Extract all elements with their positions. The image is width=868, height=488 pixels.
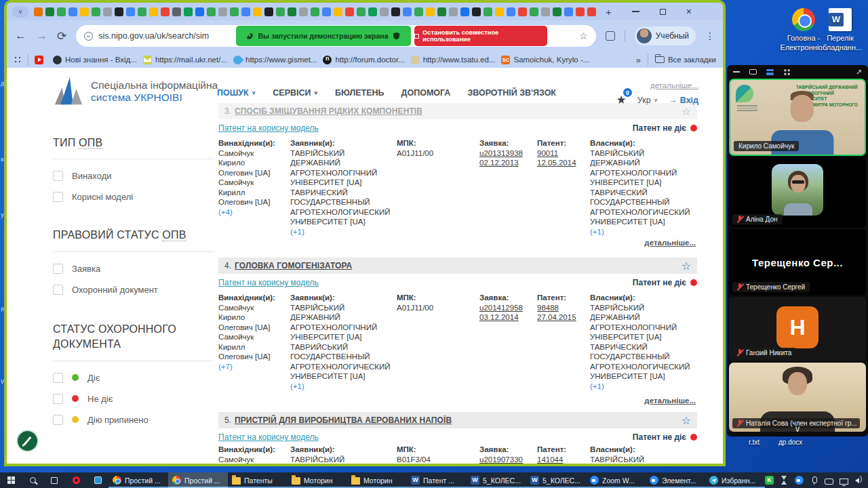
browser-tab[interactable] <box>45 7 54 16</box>
details-link-ghost[interactable]: детальніше... <box>650 81 698 89</box>
new-tab-button[interactable]: + <box>606 6 612 18</box>
apps-grid-icon[interactable] <box>14 56 22 64</box>
desktop-file-label[interactable]: др.docx <box>778 439 802 446</box>
browser-tab[interactable] <box>138 7 146 16</box>
browser-tab[interactable] <box>345 7 354 16</box>
application-link[interactable]: u201412958 <box>479 303 523 313</box>
patent-type-link[interactable]: Патент на корисну модель <box>218 123 319 133</box>
star-icon[interactable]: ☆ <box>682 414 691 427</box>
browser-tab[interactable] <box>299 7 308 16</box>
bookmark-item[interactable]: Нові знання - Вхід... <box>53 56 137 64</box>
checkbox[interactable] <box>53 285 63 295</box>
search-button[interactable] <box>22 472 43 488</box>
browser-tab[interactable] <box>495 7 504 16</box>
browser-tab[interactable] <box>576 7 585 16</box>
checkbox[interactable] <box>53 171 63 181</box>
browser-tab[interactable] <box>564 7 573 16</box>
details-link[interactable]: детальніше... <box>644 239 696 247</box>
more-link[interactable]: (+1) <box>590 228 604 236</box>
patent-type-link[interactable]: Патент на корисну модель <box>218 432 319 442</box>
bookmark-item[interactable]: https://mail.ukr.net/... <box>143 56 227 64</box>
browser-tab[interactable] <box>230 7 239 16</box>
application-date-link[interactable]: 03.12.2014 <box>479 312 519 323</box>
taskbar-button[interactable]: Моторин <box>288 472 347 488</box>
site-info-icon[interactable] <box>84 32 93 41</box>
browser-tab[interactable] <box>115 7 123 16</box>
nav-search[interactable]: ПОШУК∨ <box>217 88 256 98</box>
accessibility-widget-button[interactable] <box>16 430 39 452</box>
browser-tab[interactable] <box>92 7 100 16</box>
taskbar-button[interactable]: Моторин <box>347 472 407 488</box>
forward-button[interactable]: → <box>36 29 47 43</box>
profile-chip[interactable]: Учебный <box>635 26 696 45</box>
taskbar-button[interactable]: Патент ... <box>407 472 467 488</box>
patent-date-link[interactable]: 27.04.2015 <box>537 312 576 323</box>
minimize-button[interactable] <box>632 11 639 12</box>
participant-video-tile[interactable]: Аліна Дон <box>729 157 866 228</box>
checkbox[interactable] <box>53 192 63 202</box>
patent-link[interactable]: 141044 <box>537 455 563 464</box>
all-bookmarks-button[interactable]: Все закладки <box>655 56 716 64</box>
abbr-tooltip[interactable]: ОПВ <box>79 137 102 149</box>
browser-tab[interactable] <box>357 7 366 16</box>
taskbar-button[interactable]: 5_КОЛЕС... <box>467 472 526 488</box>
browser-tab[interactable] <box>264 7 273 16</box>
bookmark-item[interactable]: https://www.gismet... <box>233 56 317 64</box>
participant-video-tile[interactable]: ТАВРІЙСЬКИЙ ДЕРЖАВНИЙ ТЕХНОЛОГІЧНИЙ УНІВ… <box>729 79 866 156</box>
network-icon[interactable] <box>840 479 848 485</box>
more-link[interactable]: (+7) <box>218 363 233 371</box>
minimize-icon[interactable] <box>733 71 740 73</box>
browser-tab[interactable] <box>507 7 515 16</box>
bookmark-star-icon[interactable]: ☆ <box>579 30 588 41</box>
bookmark-item[interactable]: SCSamoichuk, Kyrylo -... <box>501 56 589 64</box>
start-button[interactable] <box>0 472 22 488</box>
browser-tab[interactable] <box>184 7 193 16</box>
browser-tab[interactable] <box>541 7 550 16</box>
volume-icon[interactable] <box>854 476 863 485</box>
participant-video-tile[interactable]: H Ганзий Никита <box>729 297 866 361</box>
taskbar-button[interactable]: Патенты <box>228 472 288 488</box>
application-link[interactable]: u201313938 <box>479 148 523 159</box>
star-icon[interactable]: ☆ <box>682 105 691 118</box>
chevron-down-icon[interactable]: ∨ <box>794 424 801 434</box>
taskbar-button[interactable]: Избранн... <box>705 472 765 488</box>
browser-tab[interactable] <box>218 7 227 16</box>
browser-tab[interactable] <box>195 7 204 16</box>
site-logo[interactable]: Спеціальна інформаційна система УКРНОІВІ <box>53 76 218 107</box>
result-title-link[interactable]: ГОЛОВКА ГОМОГЕНІЗАТОРА <box>235 261 352 270</box>
browser-tab[interactable] <box>311 7 319 16</box>
nav-help[interactable]: ДОПОМОГА <box>401 88 451 98</box>
browser-tab[interactable] <box>437 7 446 16</box>
browser-tab[interactable] <box>241 7 250 16</box>
back-button[interactable]: ← <box>15 29 26 43</box>
checkbox[interactable] <box>53 394 63 404</box>
more-link[interactable]: (+1) <box>590 382 604 390</box>
browser-tab[interactable] <box>149 7 158 16</box>
zoom-tray-icon[interactable] <box>795 476 804 485</box>
checkbox[interactable] <box>53 264 63 274</box>
task-view-button[interactable] <box>43 472 65 488</box>
browser-tab[interactable] <box>322 7 331 16</box>
taskbar-button[interactable]: Zoom W... <box>586 472 646 488</box>
browser-tab[interactable] <box>449 7 458 16</box>
browser-tab[interactable] <box>126 7 135 16</box>
nav-feedback[interactable]: ЗВОРОТНІЙ ЗВ'ЯЗОК <box>467 88 556 98</box>
kaspersky-icon[interactable] <box>765 476 774 485</box>
browser-tab[interactable] <box>518 7 527 16</box>
browser-tab[interactable] <box>460 7 469 16</box>
browser-tab[interactable] <box>80 7 89 16</box>
browser-tab[interactable] <box>530 7 538 16</box>
taskbar-button[interactable]: 5_КОЛЕС... <box>526 472 586 488</box>
patent-date-link[interactable]: 12.05.2014 <box>537 158 576 168</box>
bookmark-item[interactable]: http://forum.doctor... <box>323 56 404 64</box>
more-link[interactable]: (+4) <box>218 208 233 216</box>
browser-tab[interactable] <box>334 7 342 16</box>
details-link[interactable]: детальніше... <box>644 396 696 405</box>
application-link[interactable]: u201907330 <box>479 455 523 464</box>
nav-services[interactable]: СЕРВІСИ∨ <box>273 88 318 98</box>
browser-tab[interactable] <box>414 7 423 16</box>
patent-link[interactable]: 98488 <box>537 303 559 313</box>
browser-tab[interactable] <box>368 7 377 16</box>
browser-tab[interactable] <box>161 7 170 16</box>
checkbox[interactable] <box>53 373 63 383</box>
